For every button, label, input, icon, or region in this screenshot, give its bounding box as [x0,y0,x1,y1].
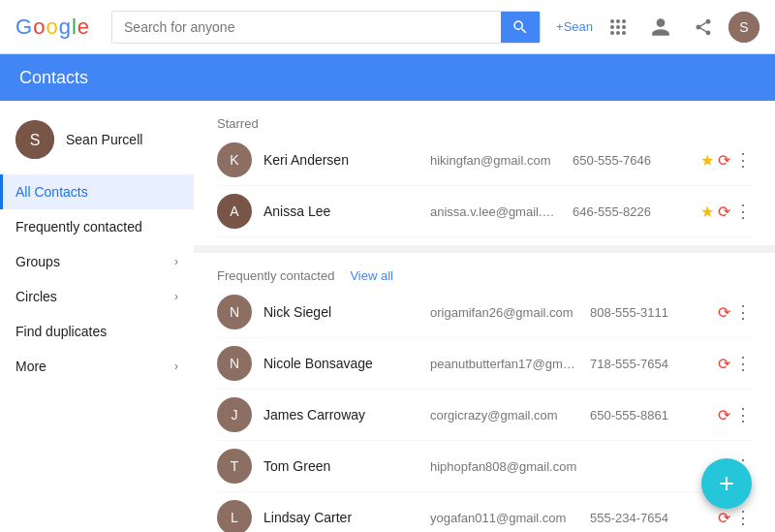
app-bar-title: Contacts [19,68,88,88]
star-icon[interactable]: ★ [700,203,714,221]
google-contact-icon[interactable]: ⟳ [718,151,730,170]
chevron-right-icon: › [174,255,178,268]
sidebar-item-groups[interactable]: Groups › [0,244,194,279]
sidebar-username: Sean Purcell [66,132,142,147]
search-bar[interactable] [111,11,541,44]
starred-section-title: Starred [217,116,259,131]
more-options-icon[interactable]: ⋮ [734,404,752,425]
sidebar: S Sean Purcell All Contacts Frequently c… [0,101,194,532]
avatar: N [217,295,252,329]
contact-phone: 646-555-8226 [573,204,689,219]
more-options-icon[interactable]: ⋮ [734,507,752,528]
search-icon [512,18,529,36]
section-divider [194,245,775,253]
sidebar-item-label: Find duplicates [16,324,107,339]
table-row[interactable]: N Nick Siegel origamifan26@gmail.com 808… [217,287,752,338]
account-button[interactable] [643,10,678,45]
apps-button[interactable] [601,10,636,45]
table-row[interactable]: K Keri Andersen hikingfan@gmail.com 650-… [217,135,752,186]
sidebar-item-label: Circles [16,289,57,304]
contact-email: hikingfan@gmail.com [430,153,561,168]
person-icon [650,16,671,38]
contact-name: Anissa Lee [264,203,418,219]
avatar: T [217,449,252,484]
content-area: Starred K Keri Andersen hikingfan@gmail.… [194,101,775,532]
chevron-right-icon: › [174,360,178,373]
sidebar-user: S Sean Purcell [0,112,194,174]
contact-phone: 650-555-8861 [590,408,706,422]
table-row[interactable]: T Tom Green hiphopfan808@gmail.com ⟳ ⋮ [217,441,752,492]
share-icon [694,17,713,37]
grid-icon [610,19,626,35]
table-row[interactable]: A Anissa Lee anissa.v.lee@gmail.com 646-… [217,186,752,237]
sidebar-item-find-duplicates[interactable]: Find duplicates [0,314,194,349]
sidebar-item-label: Frequently contacted [16,219,142,235]
avatar: A [217,194,252,229]
frequently-section-header: Frequently contacted View all [217,268,752,283]
more-options-icon[interactable]: ⋮ [734,353,752,374]
table-row[interactable]: J James Carroway corgicrazy@gmail.com 65… [217,390,752,441]
contact-name: Keri Andersen [264,152,418,168]
sidebar-item-frequently-contacted[interactable]: Frequently contacted [0,209,194,244]
google-contact-icon[interactable]: ⟳ [718,509,730,527]
contact-actions: ⟳ ⋮ [718,404,752,425]
user-avatar[interactable]: S [728,12,760,43]
google-logo: Google [16,15,88,40]
sidebar-item-label: More [16,359,46,374]
sidebar-avatar: S [16,120,54,159]
more-options-icon[interactable]: ⋮ [734,149,752,171]
contact-email: anissa.v.lee@gmail.com [430,204,561,219]
sidebar-item-more[interactable]: More › [0,349,194,384]
frequently-section: Frequently contacted View all N Nick Sie… [194,253,775,532]
contact-actions: ★ ⟳ ⋮ [700,201,752,222]
more-options-icon[interactable]: ⋮ [734,301,752,323]
contact-name: Lindsay Carter [264,510,418,525]
contact-email: hiphopfan808@gmail.com [430,459,578,474]
sidebar-item-all-contacts[interactable]: All Contacts [0,174,194,209]
star-icon[interactable]: ★ [700,151,714,170]
starred-section-header: Starred [217,116,752,131]
contact-actions: ⟳ ⋮ [718,507,752,528]
google-contact-icon[interactable]: ⟳ [718,406,730,424]
contact-email: origamifan26@gmail.com [430,305,578,320]
add-contact-fab[interactable]: + [701,458,752,509]
contact-actions: ⟳ ⋮ [718,353,752,374]
app-bar: Contacts [0,54,775,101]
svg-text:S: S [30,132,41,148]
frequently-contact-list: N Nick Siegel origamifan26@gmail.com 808… [217,287,752,532]
table-row[interactable]: N Nicole Bonsavage peanutbutterfan17@gma… [217,338,752,390]
avatar: J [217,397,252,432]
sidebar-item-circles[interactable]: Circles › [0,279,194,314]
contact-name: Nicole Bonsavage [264,356,418,371]
google-contact-icon[interactable]: ⟳ [718,303,730,322]
avatar: K [217,142,252,177]
google-contact-icon[interactable]: ⟳ [718,203,730,221]
starred-section: Starred K Keri Andersen hikingfan@gmail.… [194,101,775,245]
contact-phone: 808-555-3111 [590,305,706,320]
contact-phone: 718-555-7654 [590,357,706,371]
svg-text:S: S [739,19,748,35]
contact-actions: ★ ⟳ ⋮ [700,149,752,171]
table-row[interactable]: L Lindsay Carter yogafan011@gmail.com 55… [217,492,752,532]
topbar-right: +Sean S [556,10,760,45]
google-contact-icon[interactable]: ⟳ [718,355,730,373]
contact-email: corgicrazy@gmail.com [430,408,578,422]
contact-email: yogafan011@gmail.com [430,511,578,525]
sidebar-item-label: All Contacts [16,184,88,200]
search-button[interactable] [501,11,540,44]
contact-name: Nick Siegel [264,304,418,320]
frequently-section-title: Frequently contacted [217,268,334,283]
sidebar-item-label: Groups [16,254,60,269]
starred-contact-list: K Keri Andersen hikingfan@gmail.com 650-… [217,135,752,237]
search-input[interactable] [112,12,501,43]
chevron-right-icon: › [174,290,178,303]
view-all-link[interactable]: View all [350,268,393,283]
share-button[interactable] [686,10,721,45]
plus-sean-link[interactable]: +Sean [556,19,593,34]
sidebar-nav: All Contacts Frequently contacted Groups… [0,174,194,384]
more-options-icon[interactable]: ⋮ [734,201,752,222]
contact-phone: 555-234-7654 [590,511,706,525]
contact-name: Tom Green [264,458,418,474]
contact-actions: ⟳ ⋮ [718,301,752,323]
avatar: N [217,346,252,381]
